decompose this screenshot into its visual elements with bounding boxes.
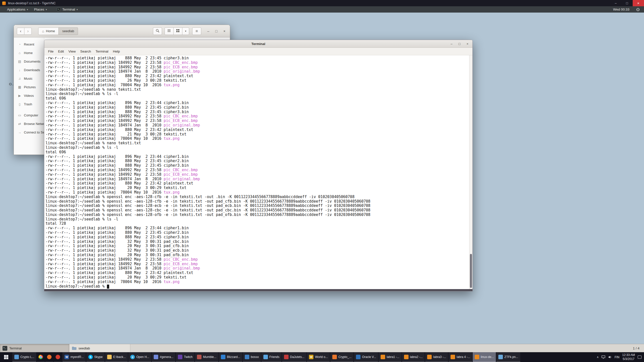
crypto-file-icon	[332, 355, 337, 359]
taskbar-item-world-of-warcraft[interactable]: WWorld o...	[307, 352, 330, 362]
language-indicator[interactable]: FIN	[615, 355, 619, 359]
sidebar-item-trash[interactable]: ▯Trash	[14, 100, 44, 108]
music-icon: ♫	[18, 77, 22, 80]
document-icon: ▤	[18, 60, 22, 63]
sidebar-item-browse-network[interactable]: ⇄Browse Network	[14, 119, 44, 128]
menu-help[interactable]: Help	[111, 50, 122, 53]
terminal-line: -rw-r--r--. 1 pietikaj pietikaj 32 May 3…	[46, 248, 472, 253]
taskbar-item-image-viewer[interactable]: ZTFk.pn...	[496, 352, 520, 362]
taskbar-item-labra2-vnc[interactable]: labra2 -...	[402, 352, 425, 362]
terminal-titlebar[interactable]: Terminal – □ ×	[44, 40, 472, 48]
taskbar-item-label: myerd®...	[70, 355, 84, 359]
gnome-top-panel: Applications ▾ Places ▾ Terminal ▾ Wed 0…	[0, 6, 644, 13]
sidebar-item-connect-to-server[interactable]: →Connect to Server	[14, 128, 44, 137]
terminal-close-button[interactable]: ×	[466, 42, 468, 46]
sidebar-item-videos[interactable]: ▶Videos	[14, 91, 44, 100]
fm-maximize-button[interactable]: □	[214, 29, 219, 33]
sidebar-item-documents[interactable]: ▤Documents	[14, 57, 44, 66]
taskbar-item-bosso[interactable]: bosso	[243, 352, 261, 362]
tray-expand-icon[interactable]: ∧	[597, 355, 599, 359]
taskbar-item-twitch[interactable]: Twitch	[176, 352, 194, 362]
crypto-lecture-icon	[14, 355, 19, 359]
taskbar-item-firefox[interactable]	[45, 352, 53, 362]
window-list-spacer	[130, 344, 633, 352]
menu-search[interactable]: Search	[78, 50, 93, 53]
sidebar-item-music[interactable]: ♫Music	[14, 74, 44, 83]
taskbar-item-labra1-vnc[interactable]: labra1 -...	[379, 352, 401, 362]
taskbar-item-friends[interactable]: Friends	[261, 352, 281, 362]
menu-file[interactable]: File	[46, 50, 56, 53]
terminal-scrollbar[interactable]	[469, 55, 472, 289]
menu-button[interactable]: ≡	[192, 27, 201, 35]
taskbar-item-labra3-vnc[interactable]: labra3 -...	[425, 352, 448, 362]
start-button[interactable]	[0, 352, 12, 362]
vnc-minimize-button[interactable]: –	[610, 0, 621, 6]
menu-view[interactable]: View	[66, 50, 78, 53]
server-icon: →	[18, 130, 22, 134]
menu-edit[interactable]: Edit	[56, 50, 66, 53]
terminal-menubar: File Edit View Search Terminal Help	[44, 48, 472, 55]
taskbar-item-chrome[interactable]	[37, 352, 45, 362]
terminal-app-menu[interactable]: Terminal ▾	[54, 6, 81, 13]
sidebar-item-downloads[interactable]: ↓Downloads	[14, 66, 44, 74]
terminal-line: -rw-r--r--. 1 pietikaj pietikaj 78004 Ma…	[46, 83, 472, 87]
taskbar-clock[interactable]: 12:33 AM 5/3/2017	[622, 353, 635, 361]
taskbar-item-word-doc[interactable]: Wmyerd®...	[62, 352, 86, 362]
power-icon[interactable]	[636, 8, 640, 12]
terminal-maximize-button[interactable]: □	[459, 42, 461, 46]
virtualbox-icon	[356, 355, 360, 359]
menu-terminal[interactable]: Terminal	[93, 50, 111, 53]
task-button-seedlab[interactable]: seedlab	[69, 344, 130, 352]
scrollbar-thumb[interactable]	[470, 254, 472, 288]
grid-view-button[interactable]	[173, 27, 182, 35]
terminal-line: total 696	[46, 150, 472, 155]
sidebar-item-home[interactable]: ⌂Home	[14, 49, 44, 57]
fm-sidebar-list: ◔Recent⌂Home▤Documents↓Downloads♫Music▦P…	[14, 37, 44, 155]
terminal-content[interactable]: -rw-r--r--. 1 pietikaj pietikaj 888 May …	[44, 55, 472, 289]
places-menu[interactable]: Places ▾	[31, 6, 50, 13]
taskbar-item-crypto-lecture[interactable]: Crypto L...	[12, 352, 36, 362]
back-button[interactable]: ‹	[17, 28, 24, 35]
taskbar-item-crypto-file[interactable]: Crypto_...	[330, 352, 353, 362]
list-view-button[interactable]	[165, 27, 174, 35]
desktop[interactable]: O... ‹ › ⌂ Home seedlab	[0, 13, 644, 344]
vnc-close-button[interactable]: ×	[633, 0, 644, 6]
terminal-line: -rw-r--r--. 1 pietikaj pietikaj 184974 J…	[46, 123, 472, 128]
action-center-icon[interactable]	[638, 355, 641, 359]
path-segment-seedlab[interactable]: seedlab	[59, 27, 78, 35]
search-button[interactable]	[153, 27, 162, 35]
taskbar-item-linux-desktop-vnc[interactable]: linux-de...	[473, 352, 496, 362]
fm-minimize-button[interactable]: –	[206, 29, 211, 33]
forward-button[interactable]: ›	[24, 28, 32, 35]
taskbar-item-opera[interactable]	[54, 352, 62, 362]
taskbar-item-internet-explorer[interactable]: eOpen H...	[128, 352, 151, 362]
panel-clock[interactable]: Wed 00:33	[613, 8, 629, 11]
taskbar-item-virtualbox[interactable]: Oracle V...	[354, 352, 378, 362]
taskbar-item-blizzard[interactable]: Blizzard...	[219, 352, 242, 362]
vnc-maximize-button[interactable]: □	[621, 0, 633, 6]
sidebar-item-pictures[interactable]: ▦Pictures	[14, 83, 44, 91]
terminal-line: -rw-r--r--. 1 pietikaj pietikaj 888 May …	[46, 163, 472, 168]
terminal-line: -rw-r--r--. 1 pietikaj pietikaj 21 May 3…	[46, 132, 472, 137]
sidebar-item-computer[interactable]: ▭Computer	[14, 111, 44, 119]
view-options-button[interactable]: ▾	[182, 27, 189, 35]
fm-close-button[interactable]: ×	[222, 29, 227, 33]
taskbar-item-mumble[interactable]: Mumble...	[195, 352, 218, 362]
workspace-indicator[interactable]: 1 / 4	[633, 346, 644, 350]
applications-menu[interactable]: Applications ▾	[4, 6, 31, 13]
taskbar-item-discord[interactable]: #genera...	[152, 352, 175, 362]
taskbar-item-skype[interactable]: SSkype	[86, 352, 105, 362]
sidebar-item-recent[interactable]: ◔Recent	[14, 40, 44, 49]
taskbar-item-label: ZTFk.pn...	[504, 355, 518, 359]
path-segment-home[interactable]: ⌂ Home	[38, 27, 59, 35]
taskbar-item-dajutets[interactable]: DaJutets...	[282, 352, 306, 362]
terminal-minimize-button[interactable]: –	[451, 42, 452, 46]
volume-icon[interactable]	[608, 355, 612, 359]
task-button-terminal[interactable]: Terminal	[0, 344, 69, 352]
taskbar-item-explorer[interactable]: E:\back...	[105, 352, 128, 362]
monitor-icon[interactable]	[601, 355, 605, 359]
terminal-line: linux-desktop7:~/seedlab % openssl enc -…	[46, 204, 472, 208]
fm-headerbar[interactable]: ‹ › ⌂ Home seedlab	[14, 25, 230, 37]
taskbar-item-labra4-vnc[interactable]: labra 4 -...	[449, 352, 472, 362]
vnc-titlebar[interactable]: linux-desktop7.cc.tut.fi - TigerVNC – □ …	[0, 0, 644, 6]
